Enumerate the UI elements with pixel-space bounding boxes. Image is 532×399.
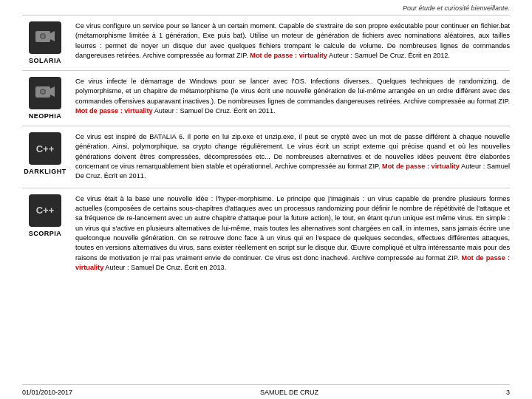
entry-left-col: C++ SCORPIA [22, 194, 68, 237]
entry-left-col: SOLARIA [22, 21, 68, 64]
page: Pour étude et curiosité bienveillante. S… [0, 0, 532, 399]
footer-author: SAMUEL DE CRUZ [260, 389, 318, 396]
entry-icon [29, 21, 61, 54]
description-text: Auteur : Samuel De Cruz. Écrit en 2012. [327, 52, 450, 59]
entry-row: C++ DARKLIGHTCe virus est inspiré de BAT… [22, 126, 510, 188]
entry-icon [29, 77, 61, 109]
description-text: Auteur : Samuel De Cruz. Écrit en 2011. [153, 107, 276, 115]
entry-row: SOLARIACe virus configure un service pou… [22, 15, 510, 70]
page-footer: 01/01/2010-2017 SAMUEL DE CRUZ 3 [22, 384, 510, 399]
tagline: Pour étude et curiosité bienveillante. [403, 4, 510, 12]
page-header: Pour étude et curiosité bienveillante. [22, 4, 510, 15]
entry-description: Ce virus était à la base une nouvelle id… [75, 194, 510, 273]
cplus-label: C++ [36, 205, 55, 215]
description-text: Auteur : Samuel De Cruz. Écrit en 2013. [103, 264, 226, 271]
password-highlight: Mot de passe : virtuality [75, 107, 153, 115]
entry-description: Ce virus est inspiré de BATALIA 6. Il po… [75, 132, 510, 182]
password-highlight: Mot de passe : virtuality [250, 52, 327, 59]
description-text: Ce virus infecte le démarrage de Windows… [75, 78, 510, 105]
virus-name: NEOPHIA [29, 112, 62, 120]
svg-marker-7 [50, 86, 55, 97]
virus-name: SCORPIA [29, 230, 62, 237]
description-text: Ce virus était à la base une nouvelle id… [75, 195, 510, 262]
svg-point-2 [41, 35, 45, 38]
entry-left-col: NEOPHIA [22, 77, 68, 120]
virus-icon [29, 21, 61, 54]
svg-point-6 [41, 90, 45, 94]
entries-list: SOLARIACe virus configure un service pou… [22, 15, 510, 384]
footer-page: 3 [506, 389, 510, 396]
entry-description: Ce virus infecte le démarrage de Windows… [75, 77, 510, 116]
virus-icon: C++ [29, 132, 61, 165]
cplus-label: C++ [36, 144, 55, 154]
virus-icon: C++ [29, 194, 61, 227]
virus-name: SOLARIA [29, 57, 61, 64]
svg-marker-3 [50, 31, 55, 41]
entry-left-col: C++ DARKLIGHT [22, 132, 68, 175]
virus-icon [29, 77, 61, 109]
footer-date: 01/01/2010-2017 [22, 389, 72, 396]
entry-description: Ce virus configure un service pour se la… [75, 21, 510, 61]
entry-row: NEOPHIACe virus infecte le démarrage de … [22, 70, 510, 126]
entry-row: C++ SCORPIACe virus était à la base une … [22, 188, 510, 279]
entry-icon: C++ [29, 132, 61, 165]
entry-icon: C++ [29, 194, 61, 227]
virus-name: DARKLIGHT [24, 168, 66, 175]
password-highlight: Mot de passe : virtuality [382, 163, 460, 170]
